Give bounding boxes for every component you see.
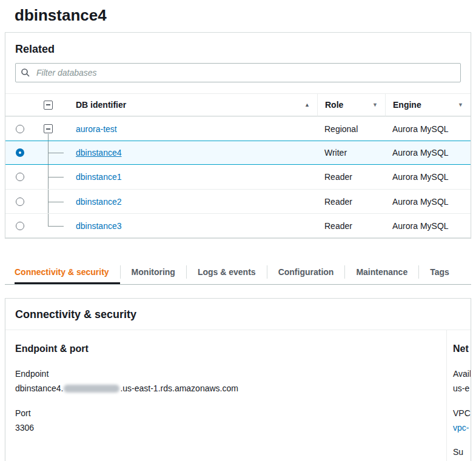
db-identifier-link[interactable]: dbinstance2 [76,197,122,207]
table-row-selected[interactable]: dbinstance4 Writer Aurora MySQL [5,141,471,165]
rds-instance-page: dbinstance4 Related [0,0,476,461]
role-filter-dropdown-icon[interactable]: ▼ [372,102,378,108]
endpoint-label: Endpoint [15,369,434,379]
minus-icon [46,128,50,130]
engine-filter-dropdown-icon[interactable]: ▼ [458,102,463,108]
related-table: DB identifier ▲ Role ▼ Engine ▼ [5,93,471,237]
row-radio[interactable] [16,197,24,206]
tab-maintenance[interactable]: Maintenance [345,260,418,284]
column-header-engine[interactable]: Engine [393,100,421,110]
role-cell: Reader [317,213,385,237]
radio-column-header [5,93,35,116]
port-value: 3306 [15,422,434,434]
filter-databases-input[interactable] [35,67,455,78]
endpoint-value: dbinstance4..us-east-1.rds.amazonaws.com [15,383,434,395]
column-header-role[interactable]: Role [325,100,343,110]
engine-cell: Aurora MySQL [385,116,471,141]
db-identifier-link[interactable]: aurora-test [76,124,117,134]
tab-configuration[interactable]: Configuration [267,260,345,284]
vpc-link[interactable]: vpc- [453,423,469,433]
collapse-all-toggle[interactable] [44,101,53,110]
tab-tags[interactable]: Tags [419,260,460,284]
vpc-label: VPC [453,408,471,418]
minus-icon [46,104,50,105]
availability-zone-value: us-e [453,383,471,395]
engine-cell: Aurora MySQL [385,213,471,237]
role-cell: Regional [317,116,385,141]
filter-databases-box[interactable] [15,63,461,82]
related-heading: Related [15,43,461,56]
connectivity-security-heading: Connectivity & security [15,308,461,321]
engine-cell: Aurora MySQL [385,189,471,213]
table-header-row: DB identifier ▲ Role ▼ Engine ▼ [5,93,471,116]
tab-connectivity-security[interactable]: Connectivity & security [15,260,120,284]
availability-zone-label: Avail [453,369,471,379]
detail-tabs: Connectivity & security Monitoring Logs … [5,260,471,285]
endpoint-port-section: Endpoint & port Endpoint dbinstance4..us… [5,330,447,461]
table-row[interactable]: aurora-test Regional Aurora MySQL [5,116,471,141]
engine-cell: Aurora MySQL [385,141,471,165]
networking-heading: Net [453,343,471,354]
column-header-db-identifier[interactable]: DB identifier [76,100,126,110]
row-radio-selected[interactable] [16,148,24,157]
engine-cell: Aurora MySQL [385,165,471,189]
port-label: Port [15,408,434,418]
role-cell: Reader [317,165,385,189]
role-cell: Reader [317,189,385,213]
related-card: Related [5,32,471,238]
collapse-row-toggle[interactable] [44,124,53,133]
row-radio[interactable] [16,173,24,181]
redacted-endpoint-segment [64,385,119,393]
search-icon [21,68,30,78]
tab-monitoring[interactable]: Monitoring [121,260,186,284]
subnet-label: Su [453,447,471,457]
networking-section-clipped: Net Avail us-e VPC vpc- Su [447,330,471,461]
row-radio[interactable] [16,125,24,133]
db-identifier-link[interactable]: dbinstance3 [76,221,122,231]
connectivity-security-card: Connectivity & security Endpoint & port … [5,298,471,461]
table-row[interactable]: dbinstance1 Reader Aurora MySQL [5,165,471,189]
table-row[interactable]: dbinstance2 Reader Aurora MySQL [5,189,471,213]
sort-ascending-icon[interactable]: ▲ [304,102,310,108]
db-identifier-link[interactable]: dbinstance1 [76,172,122,182]
tab-logs-events[interactable]: Logs & events [187,260,267,284]
table-row[interactable]: dbinstance3 Reader Aurora MySQL [5,213,471,237]
endpoint-port-heading: Endpoint & port [15,343,434,354]
db-identifier-link[interactable]: dbinstance4 [76,148,122,158]
role-cell: Writer [317,141,385,165]
row-radio[interactable] [16,222,24,230]
page-title: dbinstance4 [15,6,476,25]
